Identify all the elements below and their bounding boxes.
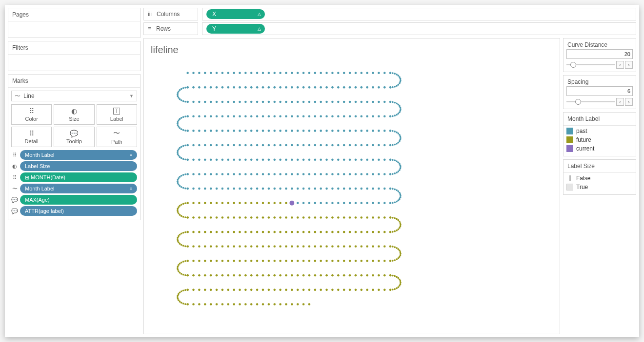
filters-shelf[interactable]: Filters xyxy=(8,41,141,71)
svg-point-712 xyxy=(184,274,186,276)
svg-point-225 xyxy=(308,130,311,132)
svg-point-508 xyxy=(184,216,186,218)
color-button[interactable]: ⠿Color xyxy=(11,104,52,125)
tooltip-icon: 💬 xyxy=(11,208,18,214)
svg-point-262 xyxy=(349,144,351,147)
svg-point-716 xyxy=(198,274,201,277)
svg-point-138 xyxy=(389,101,391,103)
tooltip-button[interactable]: 💬Tooltip xyxy=(54,127,94,147)
size-button[interactable]: ◐Size xyxy=(54,104,94,125)
marks-pill[interactable]: MAX(Age) xyxy=(20,195,137,205)
svg-point-362 xyxy=(361,173,363,175)
svg-point-787 xyxy=(262,289,264,291)
svg-point-715 xyxy=(192,274,195,277)
marks-pill[interactable]: ⊞ MONTH(Date) xyxy=(20,172,137,182)
svg-point-670 xyxy=(349,260,351,262)
curve-distance-input[interactable] xyxy=(566,49,633,59)
svg-point-306 xyxy=(186,158,189,161)
svg-point-517 xyxy=(227,216,229,219)
svg-point-546 xyxy=(389,217,391,219)
marks-pill[interactable]: Label Size xyxy=(20,161,137,171)
marks-pill[interactable]: Month Label≡ xyxy=(20,184,137,193)
svg-point-273 xyxy=(285,144,287,147)
svg-point-105 xyxy=(204,101,206,103)
legend-item[interactable]: past xyxy=(566,128,633,134)
svg-point-65 xyxy=(308,86,311,89)
curve-distance-next[interactable]: › xyxy=(625,61,633,69)
svg-point-644 xyxy=(372,246,374,248)
svg-point-475 xyxy=(297,202,299,205)
legend-item[interactable]: current xyxy=(566,145,633,152)
detail-button[interactable]: ⠿Detail xyxy=(11,127,52,147)
rows-shelf[interactable]: Y xyxy=(202,22,636,35)
svg-point-536 xyxy=(337,216,340,219)
legend-item[interactable]: future xyxy=(566,136,633,143)
curve-distance-prev[interactable]: ‹ xyxy=(616,61,624,69)
svg-point-717 xyxy=(204,274,206,277)
columns-field-pill[interactable]: X xyxy=(206,9,265,19)
svg-point-515 xyxy=(216,216,218,219)
svg-point-821 xyxy=(216,303,218,305)
svg-point-242 xyxy=(394,131,396,133)
svg-point-745 xyxy=(366,274,368,277)
rows-field-pill[interactable]: Y xyxy=(206,24,265,34)
svg-point-620 xyxy=(233,246,235,248)
svg-point-744 xyxy=(361,274,363,277)
spacing-slider[interactable] xyxy=(566,98,615,105)
svg-point-376 xyxy=(279,173,282,175)
viz-svg xyxy=(150,58,554,328)
svg-point-277 xyxy=(262,144,264,147)
svg-point-668 xyxy=(361,260,363,262)
color-icon: ⠿ xyxy=(11,152,18,158)
svg-point-2 xyxy=(198,72,201,74)
svg-point-195 xyxy=(177,121,179,123)
svg-point-722 xyxy=(233,274,235,277)
pages-shelf[interactable]: Pages xyxy=(8,8,141,38)
size-legend-item[interactable]: False xyxy=(566,175,633,182)
svg-point-671 xyxy=(343,260,345,262)
svg-point-489 xyxy=(216,202,218,205)
svg-point-217 xyxy=(262,130,264,132)
svg-point-643 xyxy=(366,246,368,248)
svg-point-79 xyxy=(227,86,229,89)
svg-point-134 xyxy=(372,101,374,103)
svg-point-155 xyxy=(378,115,380,117)
svg-point-117 xyxy=(273,101,276,103)
svg-point-241 xyxy=(392,130,394,132)
svg-point-423 xyxy=(273,188,276,190)
svg-point-163 xyxy=(331,115,334,117)
month-label-legend: Month Label pastfuturecurrent xyxy=(563,112,636,156)
spacing-next[interactable]: › xyxy=(625,98,633,106)
visualization-canvas[interactable]: lifeline xyxy=(143,38,560,334)
label-button[interactable]: 🅃Label xyxy=(97,104,137,125)
svg-point-34 xyxy=(383,72,386,74)
sort-icon: ≡ xyxy=(130,152,132,157)
marks-pill[interactable]: Month Label≡ xyxy=(20,150,137,160)
svg-point-22 xyxy=(314,72,317,74)
spacing-prev[interactable]: ‹ xyxy=(616,98,624,106)
svg-point-729 xyxy=(273,274,276,277)
svg-point-45 xyxy=(399,82,401,84)
svg-point-575 xyxy=(308,231,311,233)
spacing-input[interactable] xyxy=(566,86,633,96)
marks-type-dropdown[interactable]: 〜 Line ▼ xyxy=(11,91,137,101)
size-legend-item[interactable]: True xyxy=(566,184,633,190)
svg-point-231 xyxy=(343,130,345,132)
svg-point-606 xyxy=(178,242,180,244)
curve-distance-slider[interactable] xyxy=(566,61,615,68)
path-button[interactable]: 〜Path xyxy=(97,127,137,147)
svg-point-754 xyxy=(397,277,399,279)
marks-pill[interactable]: ATTR(age label) xyxy=(20,206,137,216)
svg-point-259 xyxy=(366,144,368,147)
svg-point-363 xyxy=(355,173,357,175)
svg-point-380 xyxy=(256,173,259,175)
columns-shelf[interactable]: X xyxy=(202,8,636,20)
svg-point-87 xyxy=(187,86,189,88)
svg-point-333 xyxy=(343,158,345,161)
rows-icon: ≡ xyxy=(148,25,151,32)
svg-point-822 xyxy=(221,303,224,305)
svg-point-298 xyxy=(177,152,179,153)
svg-point-807 xyxy=(177,295,179,297)
svg-point-672 xyxy=(337,260,340,262)
svg-point-483 xyxy=(250,202,253,205)
